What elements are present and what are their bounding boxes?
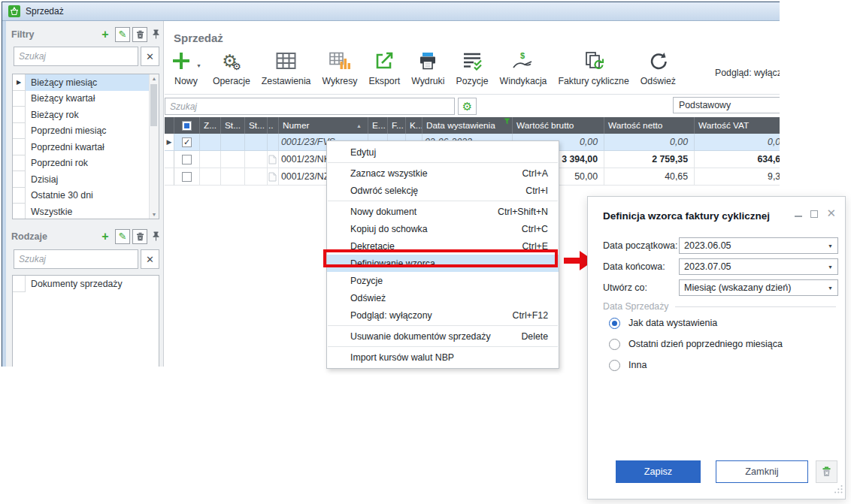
trash-icon [822, 466, 831, 477]
printer-icon [418, 51, 438, 71]
cell-netto: 2 759,35 [604, 151, 695, 168]
radio-ostatni-dzien[interactable]: Ostatni dzień poprzedniego miesiąca [609, 338, 783, 350]
delete-filter-button[interactable] [132, 27, 147, 42]
start-date-combobox[interactable]: 2023.06.05 ▼ [679, 237, 838, 254]
column-header-numer[interactable]: Numer▲ [279, 117, 368, 134]
column-header[interactable]: St... [245, 117, 268, 134]
pin-types-button[interactable] [150, 229, 161, 244]
toolbar-button-wydruki[interactable]: Wydruki [411, 47, 444, 86]
interval-combobox[interactable]: Miesiąc (wskazany dzień) ▼ [679, 279, 838, 296]
filter-item-dzisiaj[interactable]: Dzisiaj [13, 171, 159, 188]
add-filter-button[interactable]: + [98, 27, 113, 42]
trash-icon [136, 232, 144, 241]
maximize-icon[interactable] [810, 210, 818, 218]
close-icon[interactable]: ✕ [826, 207, 836, 219]
toolbar-button-windykacja[interactable]: $ Windykacja [500, 47, 547, 86]
edit-type-button[interactable]: ✎ [115, 229, 130, 244]
plus-icon: + [101, 29, 108, 41]
types-panel-title: Rodzaje [11, 231, 95, 242]
row-indicator [13, 123, 26, 140]
filter-item-ostatnie-30-dni[interactable]: Ostatnie 30 dni [13, 188, 159, 204]
column-header[interactable]: .. [268, 117, 279, 134]
view-selector[interactable]: Podstawowy [673, 97, 780, 113]
filter-item-wszystkie[interactable]: Wszystkie [13, 204, 159, 219]
column-header[interactable]: Wartość netto [604, 117, 695, 134]
toolbar-button-faktury-cykliczne[interactable]: Faktury cykliczne [558, 47, 628, 86]
types-panel-header: Rodzaje + ✎ [11, 228, 161, 244]
column-header[interactable]: St... [221, 117, 245, 134]
row-indicator [165, 168, 174, 186]
screenshot-canvas: Sprzedaż Filtry + ✎ [0, 0, 851, 504]
pin-icon [153, 29, 159, 39]
table-search-input[interactable] [165, 98, 455, 115]
filters-search-input[interactable] [14, 47, 138, 66]
menu-item-odwroc-selekcje[interactable]: Odwróć selekcjęCtrl+I [327, 182, 559, 199]
cell-netto: 40,65 [604, 168, 695, 186]
filter-item-poprzedni-kwartal[interactable]: Poprzedni kwartał [13, 139, 159, 155]
filters-search-clear-button[interactable]: ✕ [141, 47, 159, 66]
menu-item-kopiuj-do-schowka[interactable]: Kopiuj do schowkaCtrl+C [327, 220, 559, 237]
menu-item-zaznacz-wszystkie[interactable]: Zaznacz wszystkieCtrl+A [327, 164, 559, 182]
types-search-input[interactable] [14, 249, 138, 269]
filter-item-biezacy-kwartal[interactable]: Bieżący kwartał [13, 91, 159, 107]
row-indicator: ▶ [13, 74, 26, 91]
select-all-checkbox[interactable] [174, 117, 200, 134]
menu-item-import-kursow-nbp[interactable]: Import kursów walut NBP [327, 349, 559, 366]
menu-item-edytuj[interactable]: Edytuj [327, 143, 559, 161]
menu-item-nowy-dokument[interactable]: Nowy dokumentCtrl+Shift+N [327, 203, 559, 220]
resize-grip[interactable] [834, 483, 843, 496]
delete-template-button[interactable] [816, 460, 837, 483]
list-check-icon [462, 51, 483, 71]
add-type-button[interactable]: + [98, 229, 113, 244]
filter-item-biezacy-miesiac[interactable]: ▶ Bieżący miesiąc [13, 74, 159, 91]
type-item-dokumenty-sprzedazy[interactable]: Dokumenty sprzedaży [13, 276, 159, 292]
pin-filters-button[interactable] [150, 27, 161, 42]
column-header[interactable]: F... [388, 117, 406, 134]
column-header[interactable]: Z... [200, 117, 221, 134]
toolbar-button-operacje[interactable]: ⚙ ⚙ Operacje [213, 47, 250, 86]
radio-jak-data-wystawienia[interactable]: Jak data wystawienia [609, 317, 717, 329]
toolbar-button-eksport[interactable]: Eksport [369, 47, 401, 86]
toolbar-button-nowy[interactable]: ▼ Nowy [171, 47, 201, 86]
row-checkbox[interactable] [174, 168, 200, 186]
menu-item-podglad-wylaczony[interactable]: Podgląd: wyłączonyCtrl+F12 [327, 306, 559, 324]
delete-type-button[interactable] [132, 229, 147, 244]
table-cell [221, 134, 245, 151]
row-indicator [13, 91, 26, 107]
row-checkbox[interactable]: ✓ [174, 134, 200, 151]
minimize-icon[interactable] [795, 216, 802, 217]
column-header-data-wystawienia[interactable]: Data wystawienia [422, 117, 513, 134]
column-header[interactable]: Wartość brutto [513, 117, 604, 134]
column-header[interactable]: E... [368, 117, 388, 134]
toolbar: ▼ Nowy ⚙ ⚙ Operacje [171, 47, 687, 93]
close-button[interactable]: Zamknij [716, 460, 808, 483]
filter-item-biezacy-rok[interactable]: Bieżący rok [13, 107, 159, 123]
types-search-clear-button[interactable]: ✕ [141, 249, 159, 269]
preview-status-label[interactable]: Podgląd: wyłączony [715, 68, 780, 78]
scrollbar-thumb[interactable] [150, 84, 157, 126]
group-divider [675, 306, 837, 307]
invoice-recurring-icon [583, 51, 604, 71]
search-settings-button[interactable]: ⚙ [458, 98, 477, 115]
window-titlebar[interactable]: Sprzedaż [2, 2, 780, 21]
column-header[interactable]: Wartość VAT [695, 117, 780, 134]
filter-item-poprzedni-rok[interactable]: Poprzedni rok [13, 155, 159, 172]
menu-item-pozycje[interactable]: Pozycje [327, 272, 559, 289]
row-checkbox[interactable] [174, 151, 200, 168]
end-date-combobox[interactable]: 2023.07.05 ▼ [679, 258, 838, 275]
toolbar-button-pozycje[interactable]: Pozycje [456, 47, 489, 86]
toolbar-button-odswiez[interactable]: Odśwież [641, 47, 676, 86]
save-button[interactable]: Zapisz [616, 460, 701, 483]
toolbar-button-wykresy[interactable]: Wykresy [322, 47, 357, 86]
radio-inna[interactable]: Inna [609, 359, 647, 371]
gear-small-icon: ⚙ [232, 62, 241, 71]
column-header[interactable]: K... [406, 117, 422, 134]
filter-item-poprzedni-miesiac[interactable]: Poprzedni miesiąc [13, 123, 159, 140]
toolbar-button-zestawienia[interactable]: Zestawienia [262, 47, 311, 86]
annotation-highlight-rectangle [323, 249, 558, 267]
menu-item-odswiez[interactable]: Odśwież [327, 289, 559, 306]
edit-filter-button[interactable]: ✎ [115, 27, 130, 42]
menu-separator [328, 325, 558, 326]
filters-list: ▶ Bieżący miesiąc Bieżący kwartał Bieżąc… [12, 74, 159, 219]
menu-item-usuwanie-dokumentow[interactable]: Usuwanie dokumentów sprzedażyDelete [327, 327, 559, 345]
